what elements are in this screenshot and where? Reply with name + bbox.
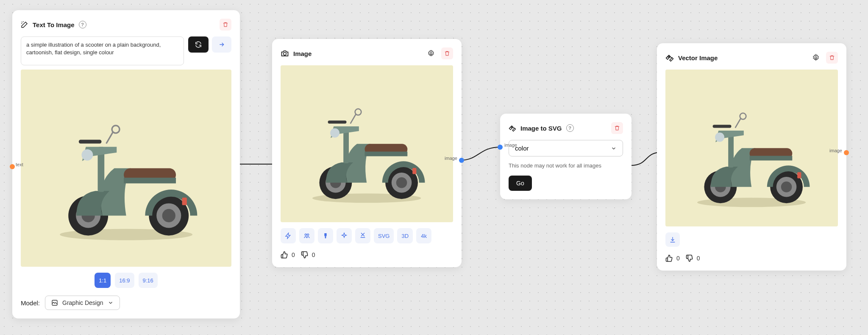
svg-rect-49 bbox=[750, 156, 793, 160]
input-port-image[interactable] bbox=[498, 145, 503, 150]
enhance-button[interactable] bbox=[281, 228, 296, 243]
svg-rect-9 bbox=[124, 178, 176, 183]
svg-rect-11 bbox=[79, 140, 102, 143]
downvote-button[interactable]: 0 bbox=[686, 254, 700, 262]
settings-button[interactable] bbox=[810, 52, 822, 64]
wand-icon bbox=[21, 21, 28, 28]
aspect-1-1[interactable]: 1:1 bbox=[95, 273, 111, 288]
downvote-button[interactable]: 0 bbox=[301, 251, 315, 259]
port-label-out: image bbox=[445, 156, 457, 161]
svg-line-31 bbox=[351, 114, 356, 123]
camera-icon bbox=[281, 49, 289, 58]
svg-point-6 bbox=[162, 209, 175, 222]
3d-button[interactable]: 3D bbox=[397, 228, 413, 243]
port-label-in: image bbox=[504, 142, 517, 148]
node-text-to-image: Text To Image ? bbox=[12, 10, 240, 318]
svg-rect-27 bbox=[365, 151, 408, 156]
output-port-image[interactable] bbox=[459, 158, 464, 163]
svg-point-10 bbox=[81, 149, 93, 161]
svg-rect-32 bbox=[413, 168, 417, 174]
pen-tool-icon bbox=[509, 124, 516, 132]
warning-text: This node may not work for all images bbox=[509, 162, 623, 169]
prompt-input[interactable] bbox=[21, 36, 184, 65]
svg-point-39 bbox=[815, 57, 817, 59]
svg-rect-36 bbox=[325, 236, 326, 238]
svg-line-13 bbox=[106, 132, 113, 144]
node-title: Vector Image bbox=[678, 54, 718, 61]
brush-button[interactable] bbox=[318, 228, 333, 243]
upvote-button[interactable]: 0 bbox=[281, 251, 295, 259]
svg-point-46 bbox=[781, 181, 792, 193]
svg-rect-54 bbox=[798, 172, 801, 179]
svg-point-12 bbox=[112, 126, 120, 133]
downvote-count: 0 bbox=[697, 255, 700, 262]
pen-tool-icon bbox=[665, 53, 674, 62]
port-label-text: text bbox=[16, 162, 23, 167]
people-button[interactable] bbox=[299, 228, 314, 243]
port-label-out: image bbox=[829, 148, 842, 153]
image-preview bbox=[281, 65, 453, 222]
svg-point-38 bbox=[668, 56, 669, 57]
downvote-count: 0 bbox=[312, 251, 315, 258]
settings-button[interactable] bbox=[425, 47, 437, 59]
svg-point-30 bbox=[355, 109, 362, 115]
upvote-count: 0 bbox=[676, 255, 680, 262]
chevron-down-icon bbox=[611, 145, 617, 151]
svg-rect-51 bbox=[713, 125, 732, 128]
node-title: Image bbox=[293, 50, 312, 57]
generated-image bbox=[21, 70, 231, 267]
submit-button[interactable] bbox=[212, 36, 231, 53]
node-image-to-svg: Image to SVG ? color This node may not w… bbox=[500, 114, 632, 199]
delete-button[interactable] bbox=[441, 47, 453, 59]
svg-point-33 bbox=[305, 234, 306, 235]
4k-button[interactable]: 4k bbox=[416, 228, 431, 243]
node-title: Text To Image bbox=[33, 21, 75, 28]
help-icon[interactable]: ? bbox=[566, 124, 574, 132]
download-button[interactable] bbox=[665, 232, 680, 247]
aspect-16-9[interactable]: 16:9 bbox=[115, 273, 134, 288]
vector-preview bbox=[665, 70, 838, 226]
model-label: Model: bbox=[21, 299, 40, 307]
svg-rect-29 bbox=[328, 120, 347, 123]
svg-rect-35 bbox=[324, 233, 326, 236]
output-port-image[interactable] bbox=[844, 150, 849, 155]
svg-point-16 bbox=[284, 53, 287, 56]
mode-select[interactable]: color bbox=[509, 140, 623, 156]
model-select[interactable]: Graphic Design bbox=[45, 296, 120, 310]
svg-point-37 bbox=[511, 126, 512, 128]
svg-point-52 bbox=[740, 113, 746, 120]
help-icon[interactable]: ? bbox=[79, 21, 86, 28]
node-vector-image: Vector Image bbox=[657, 43, 846, 271]
svg-point-50 bbox=[715, 132, 724, 142]
input-port-text[interactable] bbox=[10, 164, 15, 169]
svg-point-24 bbox=[396, 177, 407, 188]
delete-button[interactable] bbox=[220, 19, 231, 31]
aspect-ratio-group: 1:1 16:9 9:16 bbox=[21, 273, 231, 288]
model-value: Graphic Design bbox=[62, 299, 103, 306]
regenerate-button[interactable] bbox=[188, 36, 209, 53]
svg-rect-14 bbox=[182, 198, 186, 205]
node-title: Image to SVG bbox=[520, 125, 562, 132]
aspect-9-16[interactable]: 9:16 bbox=[139, 273, 158, 288]
upvote-button[interactable]: 0 bbox=[665, 254, 680, 262]
svg-point-28 bbox=[330, 128, 339, 137]
magic-button[interactable] bbox=[337, 228, 352, 243]
svg-point-34 bbox=[307, 234, 309, 235]
scooter-illustration bbox=[289, 66, 444, 221]
node-image: Image bbox=[272, 39, 462, 267]
scooter-illustration bbox=[31, 73, 221, 263]
chevron-down-icon bbox=[108, 300, 114, 306]
go-button[interactable]: Go bbox=[509, 176, 532, 191]
svg-point-17 bbox=[430, 53, 432, 55]
delete-button[interactable] bbox=[826, 52, 838, 64]
svg-line-53 bbox=[735, 118, 741, 128]
scooter-illustration bbox=[674, 70, 829, 226]
upvote-count: 0 bbox=[292, 251, 295, 258]
svg-button[interactable]: SVG bbox=[374, 228, 394, 243]
crop-button[interactable] bbox=[355, 228, 370, 243]
delete-button[interactable] bbox=[611, 122, 623, 134]
